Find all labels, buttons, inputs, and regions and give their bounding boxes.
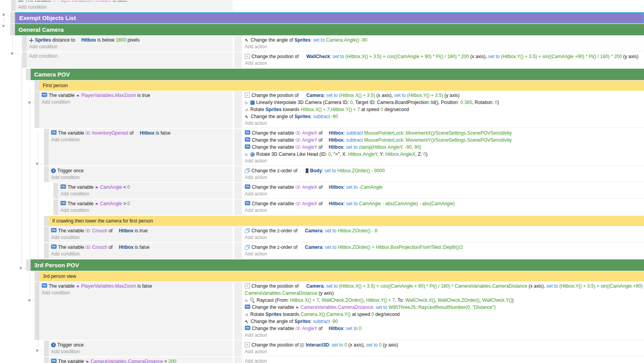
add-action-link[interactable]: Add action bbox=[245, 120, 644, 127]
add-condition-link[interactable]: Add condition bbox=[51, 137, 233, 143]
collapse-chevron-down[interactable]: > bbox=[2, 25, 6, 27]
event-margin-handle[interactable] bbox=[11, 0, 16, 11]
collapse-chevron-down[interactable]: > bbox=[28, 299, 31, 301]
condition-row[interactable]: Trigger once bbox=[51, 341, 233, 348]
collapse-chevron-right[interactable]: > bbox=[2, 13, 5, 16]
collapse-chevron-down[interactable]: > bbox=[35, 162, 39, 165]
event-margin-handle[interactable] bbox=[44, 357, 49, 363]
action-row[interactable]: Change the variable AngleY ofHitbox: sub… bbox=[245, 137, 644, 144]
event-margin-handle[interactable] bbox=[53, 183, 58, 199]
add-condition-link[interactable]: Add condition bbox=[61, 191, 233, 197]
instance-variable-icon bbox=[295, 146, 301, 149]
collapse-chevron-down[interactable]: > bbox=[28, 101, 31, 104]
action-row[interactable]: Change the variable AngleY ofHitbox: set… bbox=[245, 144, 644, 151]
comment-row[interactable]: If crawling then lower the camera for fi… bbox=[44, 216, 644, 226]
event-margin-handle[interactable] bbox=[44, 166, 49, 182]
text-segment: set to bbox=[332, 342, 343, 348]
action-margin bbox=[234, 166, 242, 182]
add-condition-link[interactable]: Add condition bbox=[18, 4, 233, 11]
event-margin-handle[interactable] bbox=[44, 129, 49, 166]
group-header-general-camera[interactable]: General Camera bbox=[10, 24, 644, 35]
add-action-link[interactable]: Add action bbox=[245, 60, 644, 67]
condition-row[interactable]: The variable CameraVariables.CameraDista… bbox=[51, 358, 233, 363]
add-action-link[interactable]: Add action bbox=[245, 251, 644, 257]
add-action-link[interactable]: Add action bbox=[245, 207, 644, 214]
group-margin-handle[interactable] bbox=[10, 12, 15, 24]
action-row[interactable]: CameraVariables.CameraDistance (y axis) bbox=[245, 290, 644, 297]
event-margin-handle[interactable] bbox=[44, 226, 49, 242]
action-row[interactable]: Change the z-order of Camera: set to Hit… bbox=[245, 227, 644, 234]
add-action-link[interactable]: Add action bbox=[245, 158, 644, 164]
group-header-camera-pov[interactable]: Camera POV bbox=[26, 69, 644, 80]
condition-row[interactable]: The variable Crouch ofHitbox is true bbox=[51, 227, 233, 234]
text-segment: subtract bbox=[313, 114, 330, 119]
action-row[interactable]: Change the variable CameraVariables.Came… bbox=[245, 304, 644, 311]
action-row[interactable]: Change the variable AngleX ofHitbox: set… bbox=[245, 200, 644, 207]
condition-row[interactable]: The variable Crouch ofHitbox is false bbox=[51, 244, 233, 251]
add-condition-link[interactable]: Add condition bbox=[51, 348, 233, 355]
condition-row[interactable]: The variable PlayerVariables.MaxZoom is … bbox=[42, 92, 233, 99]
add-action-link[interactable]: Add action bbox=[245, 234, 644, 241]
event-margin-handle[interactable] bbox=[44, 341, 49, 356]
action-row[interactable]: Change the angle of Sprites: subtract -9… bbox=[245, 113, 644, 120]
action-row[interactable]: Change the angle of Sprites: set to Came… bbox=[245, 36, 644, 44]
comment-row[interactable]: First person bbox=[35, 80, 644, 91]
add-action-link[interactable]: Add action bbox=[245, 174, 644, 181]
action-row[interactable]: Change the z-order of Camera: set to Hit… bbox=[245, 244, 644, 251]
condition-row[interactable]: Trigger once bbox=[51, 167, 233, 174]
comment-margin-handle[interactable] bbox=[44, 216, 49, 226]
add-condition-link[interactable]: Add condition bbox=[42, 99, 233, 106]
condition-row[interactable]: The variable CamAngle > 0 bbox=[61, 200, 233, 207]
text-segment: Hitbox.X() + 7 bbox=[290, 297, 319, 303]
action-row[interactable]: Change the position of Interact3D: set t… bbox=[245, 341, 644, 348]
comment-margin-handle[interactable] bbox=[35, 271, 39, 281]
condition-row[interactable]: The variable PlayerVariables.MaxZoom is … bbox=[42, 283, 233, 290]
text-segment: : bbox=[322, 228, 325, 233]
event-margin-handle[interactable] bbox=[35, 91, 39, 128]
action-row[interactable]: Change the variable AngleY ofHitbox: set… bbox=[245, 325, 644, 332]
action-row[interactable]: Raycast (From: Hitbox.X() + 7, WallCheck… bbox=[245, 297, 644, 304]
group-header-3rd-person-pov[interactable]: 3rd Person POV bbox=[26, 259, 644, 271]
action-row[interactable]: Rotate Sprites towards Hitbox.X() + 7;Hi… bbox=[245, 106, 644, 113]
action-row[interactable]: Rotate 3D Camera Like Head (ID: 0, "=", … bbox=[245, 151, 644, 158]
action-row[interactable]: Change the variable AngleX ofHitbox: set… bbox=[245, 184, 644, 191]
add-condition-link[interactable]: Add condition bbox=[51, 174, 233, 181]
event-margin-handle[interactable] bbox=[35, 282, 39, 340]
add-action-link[interactable]: Add action bbox=[245, 348, 644, 355]
add-action-link[interactable]: Add action bbox=[245, 332, 644, 339]
text-segment: subtract bbox=[313, 319, 330, 324]
group-margin-handle[interactable] bbox=[26, 69, 31, 80]
action-row[interactable]: Change the variable AngleX ofHitbox: sub… bbox=[245, 130, 644, 137]
add-condition-link[interactable]: Add condition bbox=[29, 44, 233, 50]
group-header-exempt-objects-list[interactable]: Exempt Objects List bbox=[10, 12, 644, 24]
collapse-chevron-down[interactable]: > bbox=[35, 349, 39, 352]
add-condition-link[interactable]: Add condition bbox=[29, 53, 233, 60]
condition-row[interactable]: The variable CamAngle < 0 bbox=[61, 184, 233, 191]
event-margin-handle[interactable] bbox=[44, 243, 49, 259]
add-condition-link[interactable]: Add condition bbox=[51, 251, 233, 257]
comment-row[interactable]: 3rd person view bbox=[35, 271, 644, 281]
add-condition-link[interactable]: Add condition bbox=[51, 234, 233, 241]
action-row[interactable]: Change the position of Camera: set to (H… bbox=[245, 283, 644, 290]
collapse-chevron-down[interactable]: > bbox=[19, 267, 23, 269]
collapse-chevron-down[interactable]: > bbox=[10, 52, 14, 55]
action-row[interactable]: Change the z-order of Body: set to Hitbo… bbox=[245, 167, 644, 174]
comment-margin-handle[interactable] bbox=[35, 80, 39, 91]
add-condition-link[interactable]: Add condition bbox=[61, 207, 233, 214]
add-action-link[interactable]: Add action bbox=[245, 358, 644, 363]
event-margin-handle[interactable] bbox=[22, 36, 27, 51]
action-row[interactable]: Rotate Sprites towards Camera.X();Camera… bbox=[245, 311, 644, 318]
action-row[interactable]: Change the position of Camera: set to (H… bbox=[245, 92, 644, 99]
action-row[interactable]: Change the position of WallCheck: set to… bbox=[245, 53, 644, 60]
event-margin-handle[interactable] bbox=[53, 199, 58, 215]
condition-row[interactable]: The variable PlayerVariables.FreeCam is … bbox=[18, 1, 233, 4]
add-condition-link[interactable]: Add condition bbox=[42, 290, 233, 296]
action-row[interactable]: Change the angle of Sprites: subtract -9… bbox=[245, 318, 644, 325]
action-row[interactable]: Linearly Interpolate 3D Camera (Camera I… bbox=[245, 99, 644, 106]
add-action-link[interactable]: Add action bbox=[245, 191, 644, 197]
add-action-link[interactable]: Add action bbox=[245, 44, 644, 50]
condition-row[interactable]: Sprites distance toHitbox is below 1800 … bbox=[29, 36, 233, 44]
condition-row[interactable]: The variable InventoryOpened ofHitbox is… bbox=[51, 130, 233, 137]
event-margin-handle[interactable] bbox=[22, 52, 27, 68]
rotate-towards-icon bbox=[245, 106, 249, 114]
